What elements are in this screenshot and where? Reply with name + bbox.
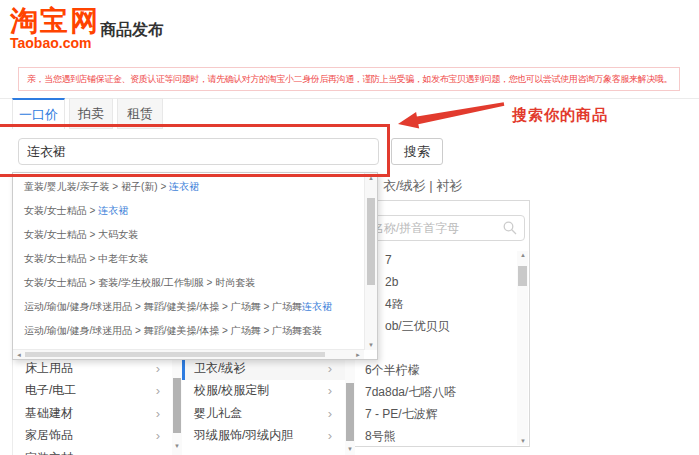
category-label: 基础建材: [25, 405, 73, 422]
suggestion-match: 连衣裙: [302, 301, 332, 312]
chevron-right-icon: ›: [156, 361, 160, 376]
search-suggestion-dropdown: 童装/婴儿装/亲子装 > 裙子(新) > 连衣裙 女装/女士精品 > 连衣裙 女…: [12, 172, 378, 360]
suggestion-list: 童装/婴儿装/亲子装 > 裙子(新) > 连衣裙 女装/女士精品 > 连衣裙 女…: [13, 175, 364, 349]
category-item[interactable]: 家装主材 ›: [13, 447, 173, 455]
category-item[interactable]: 电子/电工 ›: [13, 380, 173, 403]
taobao-logo-cn: 淘宝网: [10, 5, 100, 36]
suggestion-path: 女装/女士精品 > 大码女装: [24, 229, 138, 240]
taobao-logo[interactable]: 淘宝网 Taobao.com: [10, 5, 100, 50]
scrollbar-thumb[interactable]: [518, 266, 527, 286]
category-item[interactable]: 羽绒服饰/羽绒内胆 ›: [182, 425, 345, 448]
suggestion-match: 连衣裙: [169, 181, 199, 192]
category-item[interactable]: 婴儿礼盒 ›: [182, 402, 345, 425]
suggestion-path: 童装/婴儿装/亲子装 > 裙子(新) >: [24, 181, 169, 192]
search-button[interactable]: 搜索: [391, 138, 443, 165]
scrollbar-thumb[interactable]: [367, 198, 375, 285]
scrollbar-thumb[interactable]: [173, 378, 181, 433]
scroll-up-icon[interactable]: ▲: [365, 174, 377, 182]
brand-panel: 7 2b 4路 ob/三优贝贝 6个半柠檬 7da8da/七嗒八嗒 7 - PE…: [352, 200, 530, 447]
notice-text: 亲，当您遇到店铺保证金、资质认证等问题时，请先确认对方的淘宝小二身份后再沟通，谨…: [27, 73, 672, 86]
selected-category-breadcrumb: 衣/绒衫 | 衬衫: [383, 177, 462, 195]
suggestion-item[interactable]: 女装/女士精品 > 大码女装: [13, 223, 364, 247]
chevron-right-icon: ›: [156, 383, 160, 398]
suggestion-item[interactable]: 女装/女士精品 > 中老年女装: [13, 247, 364, 271]
category-item[interactable]: 校服/校服定制 ›: [182, 380, 345, 403]
dropdown-vertical-scrollbar[interactable]: ▲ ▼: [364, 173, 377, 350]
chevron-right-icon: ›: [328, 383, 332, 398]
brand-item[interactable]: 7da8da/七嗒八嗒: [353, 381, 515, 403]
tab-lease[interactable]: 租赁: [117, 98, 163, 129]
category-column-level1: 床上用品 › 电子/电工 › 基础建材 › 家居饰品 › 家装主材 ›: [12, 357, 173, 455]
category-item[interactable]: 床上用品 ›: [13, 357, 173, 380]
chevron-right-icon: ›: [328, 406, 332, 421]
suggestion-item[interactable]: 女装/女士精品 > 连衣裙: [13, 199, 364, 223]
category-item[interactable]: 家居饰品 ›: [13, 425, 173, 448]
category-label: 羽绒服饰/羽绒内胆: [194, 427, 293, 444]
tab-fixed-price[interactable]: 一口价: [12, 98, 65, 129]
suggestion-item[interactable]: 童装/婴儿装/亲子装 > 裙子(新) > 连衣裙: [13, 175, 364, 199]
notice-bar: 亲，当您遇到店铺保证金、资质认证等问题时，请先确认对方的淘宝小二身份后再沟通，谨…: [18, 67, 680, 91]
dropdown-horizontal-scrollbar[interactable]: ◄ ►: [13, 349, 364, 359]
search-icon: [503, 221, 517, 235]
taobao-logo-en: Taobao.com: [10, 36, 100, 50]
scroll-up-icon[interactable]: ▲: [517, 251, 529, 259]
category-label: 校服/校服定制: [194, 382, 269, 399]
suggestion-match: 连衣裙: [98, 205, 128, 216]
category-column-level2: 卫衣/绒衫 › 校服/校服定制 › 婴儿礼盒 › 羽绒服饰/羽绒内胆 ›: [182, 357, 345, 447]
page-title: 商品发布: [100, 20, 164, 41]
brand-list-scrollbar[interactable]: ▲ ▼: [517, 251, 528, 445]
scrollbar-thumb[interactable]: [25, 352, 325, 357]
suggestion-item[interactable]: 女装/女士精品 > 套装/学生校服/工作制服 > 时尚套装: [13, 271, 364, 295]
category-level1-scrollbar[interactable]: ▼: [172, 355, 182, 455]
chevron-right-icon: ›: [328, 428, 332, 443]
category-label: 婴儿礼盒: [194, 405, 242, 422]
chevron-right-icon: ›: [156, 406, 160, 421]
category-label: 电子/电工: [25, 382, 76, 399]
brand-item[interactable]: 7 - PE/七波辉: [353, 403, 515, 425]
scroll-left-icon[interactable]: ◄: [13, 351, 25, 359]
scroll-down-icon[interactable]: ▼: [344, 445, 356, 453]
brand-item[interactable]: 8号熊: [353, 425, 515, 447]
scroll-down-icon[interactable]: ▼: [365, 341, 377, 349]
suggestion-path: 女装/女士精品 >: [24, 205, 98, 216]
taobao-publish-page: 淘宝网 Taobao.com 商品发布 亲，当您遇到店铺保证金、资质认证等问题时…: [0, 0, 699, 455]
suggestion-path: 运动/瑜伽/健身/球迷用品 > 舞蹈/健美操/体操 > 广场舞 > 广场舞: [24, 301, 302, 312]
category-label: 家居饰品: [25, 427, 73, 444]
annotation-arrow-icon: [392, 98, 510, 136]
annotation-label: 搜索你的商品: [512, 106, 608, 125]
chevron-right-icon: ›: [156, 428, 160, 443]
chevron-right-icon: ›: [156, 451, 160, 455]
scroll-right-icon[interactable]: ►: [352, 351, 364, 359]
chevron-right-icon: ›: [328, 361, 332, 376]
suggestion-path: 女装/女士精品 > 中老年女装: [24, 253, 148, 264]
suggestion-item[interactable]: 运动/瑜伽/健身/球迷用品 > 舞蹈/健美操/体操 > 广场舞 > 广场舞套装: [13, 319, 364, 343]
scroll-down-icon[interactable]: ▼: [517, 437, 529, 445]
suggestion-path: 女装/女士精品 > 套装/学生校服/工作制服 > 时尚套装: [24, 277, 255, 288]
suggestion-item[interactable]: 运动/瑜伽/健身/球迷用品 > 舞蹈/健美操/体操 > 广场舞 > 广场舞连衣裙: [13, 295, 364, 319]
suggestion-path: 运动/瑜伽/健身/球迷用品 > 舞蹈/健美操/体操 > 广场舞 > 广场舞套装: [24, 325, 322, 336]
category-item[interactable]: 基础建材 ›: [13, 402, 173, 425]
category-item-selected[interactable]: 卫衣/绒衫 ›: [182, 357, 345, 380]
category-label: 卫衣/绒衫: [194, 360, 245, 377]
category-label: 家装主材: [25, 450, 73, 455]
brand-search-input[interactable]: [363, 215, 525, 241]
brand-item[interactable]: 6个半柠檬: [353, 359, 515, 381]
category-label: 床上用品: [25, 360, 73, 377]
category-level2-scrollbar[interactable]: ▼: [345, 357, 355, 455]
product-search-input[interactable]: [18, 138, 379, 165]
scrollbar-thumb[interactable]: [346, 383, 354, 441]
tab-auction[interactable]: 拍卖: [69, 98, 113, 129]
